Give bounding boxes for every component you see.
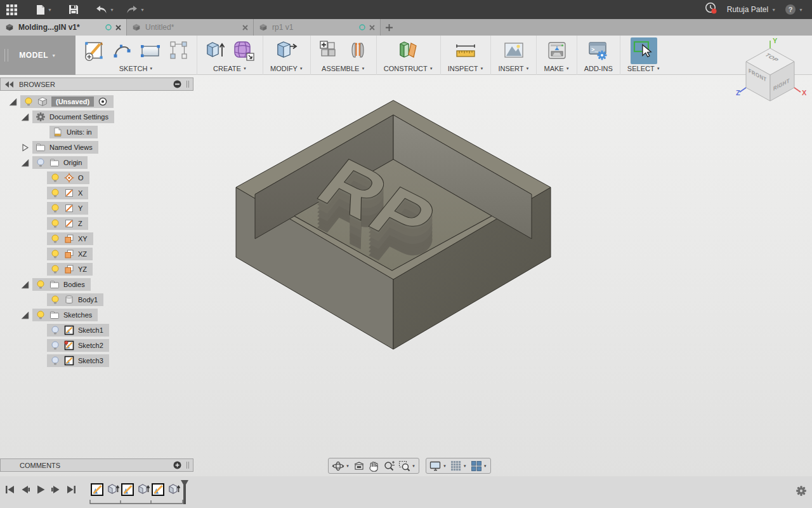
zoom-button[interactable]: [383, 460, 395, 472]
timeline-playhead[interactable]: [180, 480, 189, 505]
disclosure-expanded-icon[interactable]: [21, 311, 29, 319]
browser-item-units[interactable]: Units: in: [0, 124, 193, 140]
browser-item-origin[interactable]: Origin: [0, 155, 193, 170]
undo-button[interactable]: ▼: [95, 5, 114, 14]
visibility-bulb-on-icon[interactable]: [50, 218, 60, 229]
play-button[interactable]: [36, 485, 46, 495]
press-pull-button[interactable]: [275, 39, 299, 63]
minimize-panel-icon[interactable]: [173, 80, 181, 88]
visibility-bulb-off-icon[interactable]: [36, 157, 46, 168]
tab-molding[interactable]: Molding...gIN v1*: [0, 19, 127, 36]
disclosure-expanded-icon[interactable]: [21, 159, 29, 167]
toolbar-group-label[interactable]: INSPECT▼: [448, 65, 484, 72]
visibility-bulb-on-icon[interactable]: [50, 203, 60, 213]
measure-button[interactable]: [453, 39, 478, 63]
pan-button[interactable]: [369, 460, 379, 472]
tab-rp1[interactable]: rp1 v1: [254, 19, 381, 36]
visibility-bulb-on-icon[interactable]: [36, 279, 46, 290]
window-zoom-button[interactable]: ▼: [398, 460, 416, 472]
timeline-feature-extrude1[interactable]: [105, 483, 119, 497]
app-grid-icon[interactable]: [6, 4, 17, 15]
visibility-bulb-on-icon[interactable]: [50, 188, 60, 198]
sketch-palette-button[interactable]: [167, 39, 190, 63]
file-menu-button[interactable]: ▼: [36, 4, 52, 15]
create-form-button[interactable]: [232, 39, 256, 63]
timeline-settings-gear-icon[interactable]: [796, 485, 807, 497]
timeline-feature-extrude2[interactable]: [136, 483, 150, 497]
visibility-bulb-on-icon[interactable]: [50, 295, 60, 305]
browser-item-bodies[interactable]: Bodies: [0, 277, 193, 292]
viewports-button[interactable]: ▼: [471, 460, 487, 472]
scripts-addins-button[interactable]: >_: [586, 39, 610, 63]
new-component-button[interactable]: [318, 39, 342, 63]
panel-grip[interactable]: [187, 462, 189, 469]
3d-print-button[interactable]: [545, 39, 569, 63]
comments-panel-header[interactable]: COMMENTS: [0, 458, 193, 472]
insert-image-button[interactable]: [502, 39, 526, 63]
look-at-button[interactable]: [353, 460, 365, 472]
disclosure-collapsed-icon[interactable]: [21, 144, 29, 152]
save-button[interactable]: [69, 4, 79, 15]
spline-button[interactable]: [111, 39, 134, 62]
toolbar-group-label[interactable]: MODIFY▼: [270, 65, 303, 72]
browser-item-root-unsaved[interactable]: (Unsaved): [0, 94, 193, 109]
redo-button[interactable]: ▼: [126, 5, 145, 14]
browser-item-sketch2[interactable]: Sketch2: [0, 338, 193, 353]
timeline-feature-sketch1[interactable]: [90, 483, 104, 497]
visibility-bulb-on-icon[interactable]: [50, 249, 60, 259]
browser-item-sketch3[interactable]: Sketch3: [0, 353, 193, 368]
toolbar-group-label[interactable]: MAKE▼: [544, 65, 569, 72]
disclosure-expanded-icon[interactable]: [21, 281, 29, 289]
toolbar-group-label[interactable]: SKETCH▼: [119, 65, 154, 72]
close-icon[interactable]: [115, 25, 121, 30]
toolbar-group-label[interactable]: CREATE▼: [213, 65, 247, 72]
browser-item-origin-x[interactable]: X: [0, 185, 193, 201]
display-settings-button[interactable]: ▼: [429, 460, 447, 472]
toolbar-group-label[interactable]: INSERT▼: [498, 65, 529, 72]
collapse-panel-icon[interactable]: [5, 81, 14, 88]
timeline-feature-sketch2[interactable]: [121, 483, 134, 497]
visibility-bulb-on-icon[interactable]: [23, 97, 34, 107]
create-sketch-button[interactable]: [82, 39, 107, 63]
browser-item-sketches[interactable]: Sketches: [0, 307, 193, 323]
timeline-feature-extrude3[interactable]: [166, 483, 180, 497]
step-back-button[interactable]: [20, 485, 30, 495]
browser-item-named-views[interactable]: Named Views: [0, 140, 193, 155]
close-icon[interactable]: [242, 25, 248, 30]
user-menu[interactable]: Rutuja Patel ▼: [727, 5, 776, 14]
toolbar-group-label[interactable]: CONSTRUCT▼: [384, 65, 433, 72]
tab-untitled[interactable]: Untitled*: [127, 19, 254, 36]
joint-button[interactable]: [346, 39, 369, 63]
visibility-bulb-on-icon[interactable]: [50, 264, 60, 274]
grid-settings-button[interactable]: ▼: [450, 460, 467, 472]
timeline-feature-sketch3[interactable]: [151, 483, 165, 497]
visibility-bulb-on-icon[interactable]: [50, 234, 60, 244]
browser-item-document-settings[interactable]: Document Settings: [0, 109, 193, 124]
visibility-bulb-off-icon[interactable]: [50, 325, 60, 335]
sketch-pinned-icon[interactable]: [50, 340, 60, 351]
browser-item-plane-xy[interactable]: XY: [0, 231, 193, 246]
browser-item-sketch1[interactable]: Sketch1: [0, 323, 193, 338]
orbit-button[interactable]: ▼: [332, 460, 350, 472]
visibility-bulb-on-icon[interactable]: [36, 310, 46, 320]
visibility-bulb-off-icon[interactable]: [50, 356, 60, 366]
select-button[interactable]: [631, 37, 657, 64]
notifications-clock-icon[interactable]: [704, 2, 718, 17]
browser-item-origin-z[interactable]: Z: [0, 216, 193, 231]
activate-component-icon[interactable]: [98, 97, 108, 107]
step-forward-button[interactable]: [51, 485, 61, 495]
workspace-switcher[interactable]: MODEL ▼: [0, 36, 75, 75]
browser-item-plane-xz[interactable]: XZ: [0, 246, 193, 262]
panel-grip[interactable]: [187, 81, 189, 88]
visibility-bulb-on-icon[interactable]: [50, 173, 60, 183]
browser-item-plane-yz[interactable]: YZ: [0, 262, 193, 277]
model-body1-rp-mold[interactable]: R P: [216, 92, 571, 359]
toolbar-group-label[interactable]: ASSEMBLE▼: [322, 65, 365, 72]
toolbar-group-label[interactable]: SELECT▼: [627, 65, 660, 72]
disclosure-expanded-icon[interactable]: [21, 113, 29, 121]
go-to-end-button[interactable]: [66, 485, 76, 495]
go-to-start-button[interactable]: [5, 485, 15, 495]
browser-item-origin-y[interactable]: Y: [0, 201, 193, 216]
browser-panel-header[interactable]: BROWSER: [0, 77, 193, 91]
rectangle-button[interactable]: [138, 39, 162, 62]
